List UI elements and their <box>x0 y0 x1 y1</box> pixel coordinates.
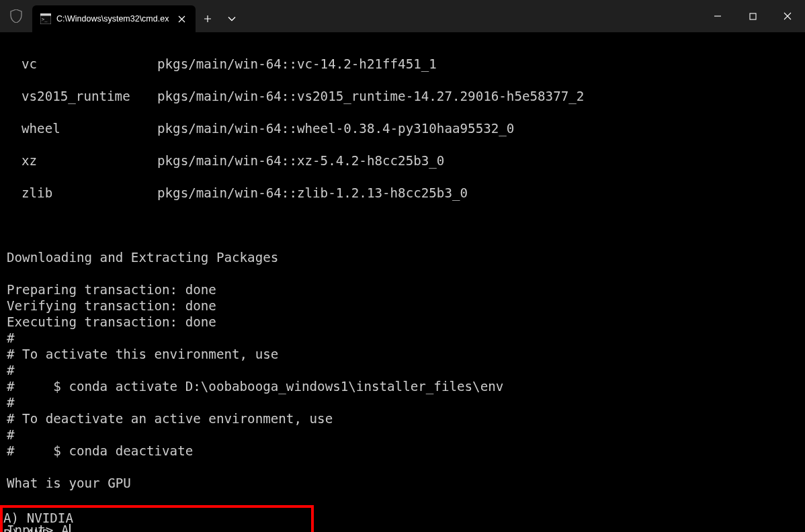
conda-msg-line: # <box>7 363 15 378</box>
titlebar-drag-area[interactable] <box>244 0 700 32</box>
package-line: vs2015_runtimepkgs/main/win-64::vs2015_r… <box>7 89 798 105</box>
tab-cmd[interactable]: >_ C:\Windows\system32\cmd.ex <box>32 5 196 32</box>
conda-msg-line: # To activate this environment, use <box>7 347 278 362</box>
conda-msg-line: # $ conda activate D:\oobabooga_windows1… <box>7 379 503 394</box>
highlighted-gpu-options: A) NVIDIA B) AMD C) Apple M Series D) No… <box>0 505 314 532</box>
conda-msg-line: # <box>7 427 15 443</box>
svg-rect-3 <box>750 13 756 19</box>
status-executing: Executing transaction: done <box>7 314 216 330</box>
gpu-option-b: B) AMD <box>3 527 50 532</box>
maximize-button[interactable] <box>735 0 770 32</box>
conda-msg-line: # To deactivate an active environment, u… <box>7 411 333 427</box>
package-line: xzpkgs/main/win-64::xz-5.4.2-h8cc25b3_0 <box>7 153 798 169</box>
package-line: zlibpkgs/main/win-64::zlib-1.2.13-h8cc25… <box>7 185 798 202</box>
cmd-icon: >_ <box>40 13 51 24</box>
status-preparing: Preparing transaction: done <box>7 282 216 298</box>
package-line: wheelpkgs/main/win-64::wheel-0.38.4-py31… <box>7 121 798 137</box>
gpu-question: What is your GPU <box>7 476 131 491</box>
new-tab-button[interactable] <box>196 5 220 32</box>
tab-dropdown-button[interactable] <box>220 5 244 32</box>
package-line: vcpkgs/main/win-64::vc-14.2-h21ff451_1 <box>7 56 798 73</box>
security-shield-icon <box>0 0 32 32</box>
tab-close-button[interactable] <box>174 11 189 26</box>
titlebar: >_ C:\Windows\system32\cmd.ex <box>0 0 805 32</box>
conda-msg-line: # <box>7 395 15 410</box>
terminal-output[interactable]: vcpkgs/main/win-64::vc-14.2-h21ff451_1 v… <box>0 32 805 532</box>
status-downloading: Downloading and Extracting Packages <box>7 250 278 265</box>
conda-msg-line: # <box>7 330 15 346</box>
window-controls <box>700 0 805 32</box>
svg-text:>_: >_ <box>42 17 48 22</box>
status-verifying: Verifying transaction: done <box>7 298 216 314</box>
minimize-button[interactable] <box>700 0 735 32</box>
tab-title: C:\Windows\system32\cmd.ex <box>56 14 169 24</box>
gpu-option-a: A) NVIDIA <box>3 511 73 526</box>
svg-rect-1 <box>40 13 51 16</box>
conda-msg-line: # $ conda deactivate <box>7 443 193 459</box>
close-window-button[interactable] <box>770 0 805 32</box>
